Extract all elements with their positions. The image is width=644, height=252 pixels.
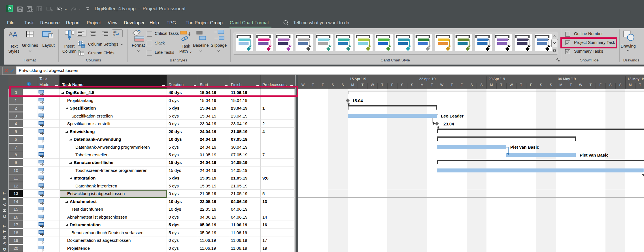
svg-text:A: A <box>12 31 18 39</box>
svg-text:i: i <box>28 82 29 86</box>
svg-text:A: A <box>9 31 13 37</box>
svg-text:c: c <box>113 33 115 36</box>
svg-text:P: P <box>8 6 11 11</box>
